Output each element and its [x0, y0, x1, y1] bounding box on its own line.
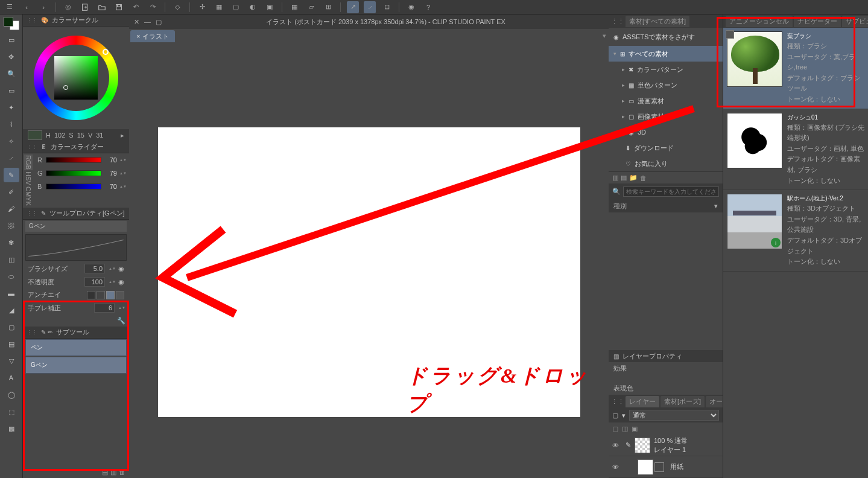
slider-r[interactable]: R70▲▼ [34, 153, 129, 167]
wand-tool-icon[interactable]: ✧ [4, 134, 19, 148]
tree-mono-pattern[interactable]: ▸▦ 単色パターン [609, 77, 723, 93]
snap-icon[interactable]: ⊞ [322, 1, 334, 13]
new-folder-icon[interactable]: ▤ [621, 174, 627, 182]
layer-lock-icon[interactable]: ▢ [612, 425, 618, 433]
csp-cloud-icon[interactable]: ◉ [405, 1, 417, 13]
tab-dropdown-icon[interactable]: ▾ [600, 30, 609, 42]
layer-property-header[interactable]: ▥ レイヤープロパティ [609, 350, 723, 362]
gradient-tool-icon[interactable]: ◢ [4, 303, 19, 317]
eyedropper-tool-icon[interactable]: ⟋ [4, 151, 19, 165]
text-tool-icon[interactable]: A [4, 371, 19, 385]
material-card-station[interactable]: ↓ 駅ホーム(地上)-Ver.2 種類：3Dオブジェクト ユーザータグ：3D, … [723, 190, 868, 272]
tab-autoaction[interactable]: オートアクション [706, 396, 723, 407]
redo-icon[interactable]: ↷ [147, 1, 159, 13]
deco-tool-icon[interactable]: ✾ [4, 235, 19, 250]
slider-b[interactable]: B70▲▼ [34, 180, 129, 193]
material-panel-tab[interactable]: ⋮⋮素材[すべての素材] [609, 14, 723, 28]
blend-tool-icon[interactable]: ⬭ [4, 269, 19, 284]
snap-grid-icon[interactable]: ⊡ [381, 1, 393, 13]
brush-size-row[interactable]: ブラシサイズ5.0▲▼◉ [23, 262, 129, 275]
select-all-icon[interactable]: ▦ [213, 1, 225, 13]
subtool-dup-icon[interactable]: ▥ [110, 468, 116, 476]
search-input[interactable] [623, 186, 719, 197]
tree-3d[interactable]: ▸◉ 3D [609, 124, 723, 140]
pen-tool-icon[interactable]: ✎ [4, 168, 19, 182]
maximize-icon[interactable]: ▢ [156, 18, 162, 26]
marquee-tool-icon[interactable]: ▭ [4, 83, 19, 98]
tab-layer[interactable]: レイヤー [626, 396, 659, 407]
loading-icon[interactable]: ✢ [196, 1, 208, 13]
opacity-row[interactable]: 不透明度100▲▼◉ [23, 275, 129, 288]
chevron-right-icon[interactable]: › [37, 1, 49, 13]
tree-all-materials[interactable]: ▾⊞ すべての素材 [609, 46, 723, 62]
csp-logo-icon[interactable]: ◎ [62, 1, 74, 13]
subtool-del-icon[interactable]: 🗑 [119, 468, 125, 476]
eraser-tool-icon[interactable]: ◫ [4, 252, 19, 267]
operation-tool-icon[interactable]: ▭ [4, 33, 19, 47]
pen-icon[interactable]: ✎ [626, 441, 631, 449]
subtool-gpen[interactable]: Gペン [25, 357, 127, 374]
figure-tool-icon[interactable]: ▢ [4, 320, 19, 334]
panel-tool-property-header[interactable]: ⋮⋮✎ ツールプロパティ[Gペン] [23, 208, 129, 220]
invert-icon[interactable]: ◐ [247, 1, 259, 13]
subtool-pen[interactable]: ペン [25, 339, 127, 356]
layer-row[interactable]: 👁 用紙 [609, 456, 723, 478]
paste-icon[interactable]: ▥ [612, 174, 618, 182]
frame-tool-icon[interactable]: ▤ [4, 337, 19, 351]
zoom-tool-icon[interactable]: 🔍 [4, 66, 19, 81]
layer-ref-icon[interactable]: ▣ [632, 425, 638, 433]
blend-mode-select[interactable]: 通常 [629, 410, 719, 421]
slider-g[interactable]: G79▲▼ [34, 167, 129, 180]
airbrush-tool-icon[interactable]: ⛆ [4, 218, 19, 233]
correct-tool-icon[interactable]: ⬚ [4, 404, 19, 419]
panel-color-circle-header[interactable]: ⋮⋮🎨 カラーサークル [23, 14, 129, 27]
panel-subtool-header[interactable]: ⋮⋮✎ ✏ サブツール [23, 327, 129, 339]
blend-mode-row[interactable]: ▢▾通常 [609, 408, 723, 422]
color-circle[interactable] [23, 27, 129, 129]
deselect-icon[interactable]: ▢ [230, 1, 242, 13]
layer-render-color[interactable]: 表現色 [609, 382, 723, 395]
menu-icon[interactable]: ☰ [4, 1, 16, 13]
lasso-tool-icon[interactable]: ⌇ [4, 117, 19, 132]
pencil-tool-icon[interactable]: ✐ [4, 185, 19, 199]
ruler-icon[interactable]: ▱ [305, 1, 317, 13]
fill-tool-icon[interactable]: ▬ [4, 286, 19, 301]
visibility-icon[interactable]: 👁 [612, 442, 622, 449]
material-search[interactable]: 🔍 [609, 183, 723, 199]
move-tool-icon[interactable]: ✥ [4, 49, 19, 64]
subtool-add-icon[interactable]: ▤ [102, 468, 108, 476]
ruler-tool-icon[interactable]: ▽ [4, 354, 19, 368]
brush-tool-icon[interactable]: 🖌 [4, 202, 19, 216]
antialias-row[interactable]: アンチエイ [23, 288, 129, 301]
open-icon[interactable] [96, 1, 108, 13]
undo-icon[interactable]: ↶ [130, 1, 142, 13]
wrench-icon[interactable]: 🔧 [117, 317, 125, 325]
slider-mode-tabs[interactable]: RGB HSV CMYK [23, 153, 34, 208]
close-icon[interactable]: ✕ [134, 18, 139, 26]
tree-manga[interactable]: ▸▭ 漫画素材 [609, 93, 723, 109]
save-icon[interactable] [113, 1, 125, 13]
layer-effect[interactable]: 効果 [609, 362, 723, 375]
stabilization-row[interactable]: 手ブレ補正6▲▼ [23, 301, 129, 314]
snap-ruler-icon[interactable]: ↗ [347, 1, 359, 13]
pressure-curve[interactable] [25, 234, 127, 261]
tree-color-pattern[interactable]: ▸✖ カラーパターン [609, 62, 723, 77]
mask-icon[interactable]: ▣ [264, 1, 276, 13]
check-icon[interactable] [726, 30, 734, 39]
assets-search-link[interactable]: ◉ ASSETSで素材をさがす [609, 28, 723, 46]
grid-icon[interactable]: ▦ [288, 1, 300, 13]
erase-icon[interactable]: ◇ [171, 1, 183, 13]
checker-icon[interactable]: ▩ [4, 421, 19, 436]
material-card-leaf-brush[interactable]: ✓ 葉ブラシ 種類：ブラシ ユーザータグ：葉,ブラシ,tree デフォルトタグ：… [723, 28, 868, 109]
visibility-icon[interactable]: 👁 [612, 464, 622, 471]
chevron-left-icon[interactable]: ‹ [21, 1, 33, 13]
balloon-tool-icon[interactable]: ◯ [4, 387, 19, 402]
layer-row[interactable]: 👁 ✎ 100 % 通常 レイヤー 1 [609, 435, 723, 456]
minimize-icon[interactable]: — [144, 18, 151, 26]
document-tab[interactable]: ×イラスト [130, 30, 175, 42]
material-card-gouache[interactable]: ガッシュ01 種類：画像素材 (ブラシ先端形状) ユーザータグ：画材, 単色 デ… [723, 109, 868, 191]
color-swatch[interactable] [4, 17, 19, 30]
auto-select-tool-icon[interactable]: ✦ [4, 100, 19, 115]
panel-color-slider-header[interactable]: ⋮⋮🎚 カラースライダー [23, 141, 129, 153]
layer-clip-icon[interactable]: ◫ [622, 425, 628, 433]
